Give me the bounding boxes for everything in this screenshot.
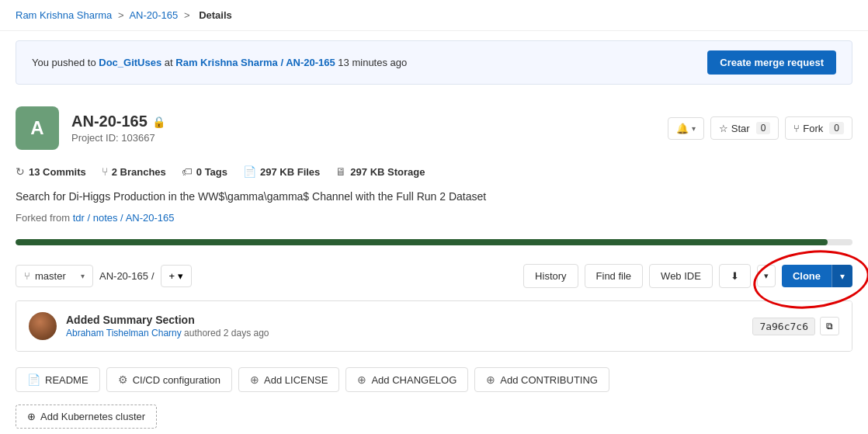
clone-button-group: Clone ▾: [782, 265, 852, 287]
push-notice-branch-link[interactable]: Doc_GitUses: [99, 57, 161, 68]
project-stats: ↻ 13 Commits ⑂ 2 Branches 🏷 0 Tags 📄 297…: [0, 156, 868, 187]
add-license-button[interactable]: ⊕ Add LICENSE: [238, 367, 339, 392]
project-id: Project ID: 103667: [71, 132, 165, 144]
path-breadcrumb: AN-20-165 /: [99, 270, 155, 282]
contributing-icon: ⊕: [486, 373, 495, 386]
commits-icon: ↻: [16, 165, 25, 178]
storage-icon: 🖥: [335, 165, 346, 178]
branches-stat: ⑂ 2 Branches: [102, 165, 166, 178]
add-icon: +: [169, 270, 175, 282]
breadcrumb-owner[interactable]: Ram Krishna Sharma: [16, 9, 112, 21]
notification-arrow: ▾: [692, 124, 696, 133]
toolbar-right: History Find file Web IDE ⬇ ▾ Clone ▾: [523, 264, 852, 288]
add-file-button[interactable]: + ▾: [161, 265, 193, 287]
license-icon: ⊕: [250, 373, 259, 386]
files-icon: 📄: [243, 165, 256, 178]
copy-icon: ⧉: [826, 321, 833, 332]
breadcrumb-sep1: >: [118, 9, 124, 21]
copy-commit-hash-button[interactable]: ⧉: [820, 317, 839, 335]
project-description: Search for Di-Higgs Production in the WW…: [0, 187, 868, 209]
branch-chevron-icon: ▾: [81, 272, 85, 280]
fork-count: 0: [829, 122, 844, 134]
fork-icon: ⑂: [793, 123, 800, 134]
branch-selector[interactable]: ⑂ master ▾: [16, 265, 93, 287]
cicd-icon: ⚙: [118, 373, 128, 386]
commit-hash: 7a96c7c6: [752, 318, 815, 335]
star-button[interactable]: ☆ Star 0: [710, 116, 779, 140]
contributing-label: Add CONTRIBUTING: [500, 374, 598, 386]
commit-author-link[interactable]: Abraham Tishelman Charny: [66, 328, 182, 339]
clone-group: Clone ▾: [782, 265, 852, 287]
download-icon: ⬇: [731, 270, 739, 282]
readme-button[interactable]: 📄 README: [16, 367, 100, 392]
files-stat: 📄 297 KB Files: [243, 165, 320, 178]
add-arrow: ▾: [178, 270, 183, 282]
clone-dropdown-button[interactable]: ▾: [832, 265, 852, 287]
fork-button[interactable]: ⑂ Fork 0: [785, 116, 852, 140]
project-identity: A AN-20-165 🔒 Project ID: 103667: [16, 106, 165, 150]
project-avatar: A: [16, 106, 59, 150]
forked-from-link[interactable]: tdr / notes / AN-20-165: [73, 212, 175, 224]
cicd-label: CI/CD configuration: [133, 374, 220, 386]
branches-label: 2 Branches: [112, 166, 166, 178]
lock-icon: 🔒: [152, 116, 165, 128]
more-actions-button[interactable]: ▾: [757, 265, 776, 287]
download-button[interactable]: ⬇: [719, 264, 751, 288]
kubernetes-label: Add Kubernetes cluster: [40, 411, 145, 422]
push-notice-text: You pushed to Doc_GitUses at Ram Krishna…: [32, 57, 407, 68]
storage-label: 297 KB Storage: [350, 166, 425, 178]
quick-actions: 📄 README ⚙ CI/CD configuration ⊕ Add LIC…: [0, 358, 868, 401]
push-notice-repo-link[interactable]: Ram Krishna Sharma / AN-20-165: [175, 57, 335, 68]
project-title: AN-20-165 🔒: [71, 113, 165, 130]
star-label: Star: [731, 123, 750, 134]
commits-label: 13 Commits: [29, 166, 86, 178]
commits-stat: ↻ 13 Commits: [16, 165, 86, 178]
find-file-button[interactable]: Find file: [585, 264, 644, 288]
storage-stat: 🖥 297 KB Storage: [335, 165, 425, 178]
tags-stat: 🏷 0 Tags: [182, 165, 227, 178]
star-count: 0: [756, 122, 771, 134]
branches-icon: ⑂: [102, 165, 108, 178]
repo-path: AN-20-165: [99, 270, 148, 282]
commit-row: Added Summary Section Abraham Tishelman …: [16, 301, 852, 351]
tags-icon: 🏷: [182, 165, 193, 178]
commit-meta: Abraham Tishelman Charny authored 2 days…: [66, 328, 743, 339]
progress-bar-container: [16, 239, 852, 245]
add-kubernetes-cluster-button[interactable]: ⊕ Add Kubernetes cluster: [16, 404, 157, 429]
history-button[interactable]: History: [523, 264, 578, 288]
clone-button[interactable]: Clone: [782, 265, 832, 287]
progress-bar-fill: [16, 239, 828, 245]
branch-icon: ⑂: [24, 270, 30, 282]
readme-label: README: [45, 374, 89, 386]
breadcrumb-project[interactable]: AN-20-165: [129, 9, 178, 21]
commit-avatar: [29, 312, 57, 340]
add-contributing-button[interactable]: ⊕ Add CONTRIBUTING: [474, 367, 609, 392]
readme-icon: 📄: [27, 373, 40, 386]
web-ide-button[interactable]: Web IDE: [649, 264, 713, 288]
commit-section: Added Summary Section Abraham Tishelman …: [16, 300, 852, 352]
changelog-label: Add CHANGELOG: [371, 374, 457, 386]
push-notice: You pushed to Doc_GitUses at Ram Krishna…: [16, 40, 852, 85]
commit-info: Added Summary Section Abraham Tishelman …: [66, 314, 743, 339]
breadcrumb-current: Details: [199, 9, 232, 21]
clone-arrow-icon: ▾: [840, 271, 845, 282]
create-merge-request-button[interactable]: Create merge request: [707, 50, 836, 75]
project-header: A AN-20-165 🔒 Project ID: 103667 🔔 ▾ ☆ S…: [0, 94, 868, 156]
forked-from: Forked from tdr / notes / AN-20-165: [0, 209, 868, 236]
branch-name: master: [35, 270, 66, 282]
commit-hash-group: 7a96c7c6 ⧉: [752, 317, 839, 335]
commit-title: Added Summary Section: [66, 314, 743, 326]
add-changelog-button[interactable]: ⊕ Add CHANGELOG: [345, 367, 468, 392]
breadcrumb-sep2: >: [184, 9, 190, 21]
repo-toolbar: ⑂ master ▾ AN-20-165 / + ▾ History Find …: [0, 258, 868, 294]
tags-label: 0 Tags: [196, 166, 227, 178]
project-actions: 🔔 ▾ ☆ Star 0 ⑂ Fork 0: [668, 116, 852, 140]
fork-label: Fork: [803, 123, 823, 134]
commit-avatar-img: [29, 312, 57, 340]
files-label: 297 KB Files: [260, 166, 320, 178]
notification-button[interactable]: 🔔 ▾: [668, 117, 704, 140]
star-icon: ☆: [719, 123, 728, 134]
cicd-config-button[interactable]: ⚙ CI/CD configuration: [106, 367, 232, 392]
project-name-block: AN-20-165 🔒 Project ID: 103667: [71, 113, 165, 144]
changelog-icon: ⊕: [357, 373, 366, 386]
